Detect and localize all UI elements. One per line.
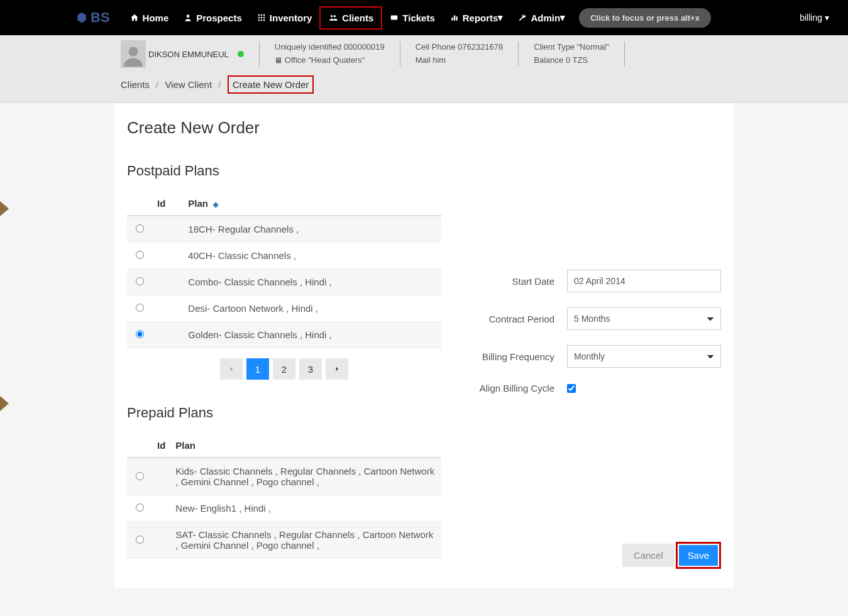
th-id[interactable]: Id [152, 434, 170, 458]
svg-rect-7 [263, 17, 265, 18]
nav-prospects[interactable]: Prospects [176, 8, 250, 28]
grid-icon [257, 13, 266, 22]
brand-logo[interactable]: BS [75, 9, 110, 26]
svg-rect-4 [263, 14, 265, 16]
nav-tickets[interactable]: Tickets [382, 8, 442, 28]
side-arrow-decoration [0, 201, 9, 216]
cell-id [152, 269, 183, 295]
plan-radio[interactable] [136, 503, 144, 512]
chevron-left-icon [228, 365, 234, 373]
th-plan[interactable]: Plan ◆ [183, 192, 441, 216]
client-info-col-3: Client Type "Normal" Balance 0 TZS [534, 41, 609, 67]
chart-icon [450, 13, 459, 22]
brand-text: BS [91, 9, 110, 26]
plan-cell: Desi- Cartoon Network , Hindi , [183, 295, 441, 322]
page-1[interactable]: 1 [246, 358, 269, 380]
plan-radio[interactable] [136, 251, 144, 259]
client-info-col-2: Cell Phone 0762321678 Mail him [416, 41, 504, 67]
label-billing-freq: Billing Frequency [460, 351, 554, 362]
postpaid-table: Id Plan ◆ 18CH- Regular Channels ,40CH- … [127, 192, 441, 348]
plan-cell: Golden- Classic Channels , Hindi , [183, 322, 441, 348]
plan-radio[interactable] [136, 277, 144, 285]
table-row[interactable]: New- English1 , Hindi , [127, 495, 441, 522]
nav-admin[interactable]: Admin ▾ [510, 7, 573, 28]
ticket-icon [390, 13, 399, 22]
page-prev[interactable] [220, 358, 243, 380]
svg-rect-6 [261, 17, 262, 18]
client-header-band: DIKSON EMMUNEUL Uniquely identified 0000… [0, 35, 848, 103]
svg-rect-10 [263, 19, 265, 21]
th-id[interactable]: Id [152, 192, 183, 216]
breadcrumb: Clients / View Client / Create New Order [121, 68, 727, 102]
th-plan[interactable]: Plan [170, 434, 441, 458]
user-icon [184, 13, 192, 22]
pagination: 123 [127, 358, 441, 380]
plan-radio[interactable] [136, 472, 144, 480]
cell-id [152, 522, 170, 559]
page-next[interactable] [326, 358, 348, 380]
row-contract: Contract Period 5 Months [460, 307, 721, 330]
nav-user-label: billing [800, 13, 822, 23]
nav-inventory[interactable]: Inventory [250, 8, 320, 28]
form-actions: Cancel Save [622, 542, 721, 569]
main-panel: Create New Order Postpaid Plans Id Plan … [114, 103, 734, 588]
nav-clients[interactable]: Clients [319, 6, 382, 30]
plan-radio[interactable] [136, 224, 144, 233]
nav-clients-label: Clients [342, 13, 373, 23]
plan-cell: 40CH- Classic Channels , [183, 243, 441, 269]
crumb-clients[interactable]: Clients [121, 79, 150, 90]
chevron-right-icon [334, 365, 340, 373]
svg-rect-3 [261, 14, 262, 16]
svg-marker-0 [77, 13, 85, 23]
svg-rect-9 [261, 19, 262, 21]
cell-id [152, 216, 183, 243]
side-arrow-decoration [0, 396, 9, 411]
page-title: Create New Order [127, 118, 721, 138]
svg-rect-13 [391, 16, 398, 20]
svg-rect-19 [277, 58, 278, 60]
plan-radio[interactable] [136, 536, 144, 544]
table-row[interactable]: Desi- Cartoon Network , Hindi , [127, 295, 441, 322]
svg-point-17 [129, 47, 138, 57]
table-row[interactable]: 40CH- Classic Channels , [127, 243, 441, 269]
page-2[interactable]: 2 [273, 358, 295, 380]
home-icon [130, 13, 139, 22]
plan-radio[interactable] [136, 304, 144, 312]
crumb-view-client[interactable]: View Client [165, 79, 212, 90]
nav-search[interactable]: Click to focus or press alt+x [579, 8, 711, 28]
save-button[interactable]: Save [679, 545, 718, 566]
building-icon [275, 57, 282, 64]
nav-reports-label: Reports [463, 13, 498, 23]
plan-radio[interactable] [136, 330, 144, 338]
page-3[interactable]: 3 [299, 358, 322, 380]
nav-prospects-label: Prospects [196, 13, 242, 23]
mail-link[interactable]: Mail him [416, 55, 446, 65]
table-row[interactable]: SAT- Classic Channels , Regular Channels… [127, 522, 441, 559]
cell-id [152, 322, 183, 348]
billing-freq-select[interactable]: Monthly [567, 345, 721, 368]
table-row[interactable]: Kids- Classic Channels , Regular Channel… [127, 458, 441, 495]
contract-select[interactable]: 5 Months [567, 307, 721, 330]
postpaid-title: Postpaid Plans [127, 163, 441, 179]
row-align: Align Billing Cycle [460, 383, 721, 393]
client-type: Client Type "Normal" [534, 41, 609, 54]
cancel-button[interactable]: Cancel [622, 544, 675, 567]
align-checkbox[interactable] [567, 384, 576, 393]
row-start-date: Start Date [460, 270, 721, 292]
nav-reports[interactable]: Reports ▾ [443, 7, 511, 28]
table-row[interactable]: 18CH- Regular Channels , [127, 216, 441, 243]
divider [400, 41, 400, 67]
row-billing-freq: Billing Frequency Monthly [460, 345, 721, 368]
nav-home[interactable]: Home [123, 8, 177, 28]
caret-icon: ▾ [825, 13, 829, 23]
nav-admin-label: Admin [531, 13, 560, 23]
separator: / [218, 79, 221, 90]
cell-id [152, 495, 170, 522]
svg-point-1 [187, 14, 190, 18]
client-unique-id: Uniquely identified 000000019 [275, 41, 385, 54]
table-row[interactable]: Combo- Classic Channels , Hindi , [127, 269, 441, 295]
nav-tickets-label: Tickets [402, 13, 434, 23]
table-row[interactable]: Golden- Classic Channels , Hindi , [127, 322, 441, 348]
nav-user-menu[interactable]: billing ▾ [781, 13, 848, 23]
start-date-input[interactable] [567, 270, 721, 292]
